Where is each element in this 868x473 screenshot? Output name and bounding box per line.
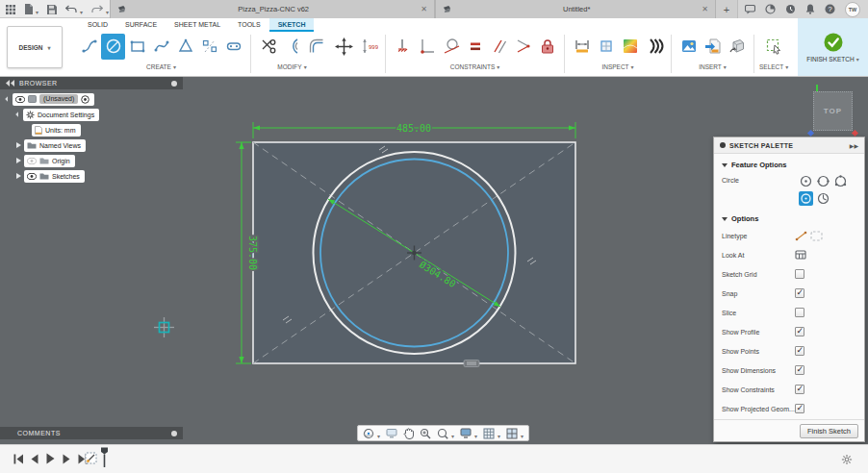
midpoint-constraint-icon[interactable]	[511, 34, 535, 60]
insert-dropdown[interactable]: INSERT	[699, 63, 727, 70]
look-at-face-icon[interactable]	[386, 428, 397, 438]
history-clock-icon[interactable]	[785, 4, 796, 14]
app-grid-menu-icon[interactable]	[6, 5, 15, 14]
viewcube[interactable]: TOP	[813, 91, 853, 131]
show-profile-checkbox[interactable]	[795, 327, 804, 336]
file-menu-icon[interactable]	[24, 1, 38, 18]
browser-root-row[interactable]: (Unsaved)	[0, 92, 183, 106]
measure-icon[interactable]	[570, 34, 594, 60]
step-forward-icon[interactable]	[63, 454, 70, 464]
sketch-palette-header[interactable]: SKETCH PALETTE ▶▶	[714, 137, 864, 154]
three-point-circle-icon[interactable]	[833, 174, 848, 188]
display-settings-icon[interactable]	[460, 425, 477, 442]
step-back-icon[interactable]	[31, 454, 38, 464]
spline-tool-icon[interactable]	[149, 34, 173, 60]
feedback-icon[interactable]	[745, 5, 755, 14]
insert-svg-icon[interactable]	[701, 34, 725, 60]
show-constraints-checkbox[interactable]	[795, 385, 804, 394]
palette-collapse-icon[interactable]: ▶▶	[850, 142, 858, 149]
user-avatar[interactable]: TW	[845, 2, 860, 17]
node-label[interactable]: Document Settings	[38, 112, 94, 118]
look-at-icon[interactable]	[795, 250, 806, 261]
fix-constraint-icon[interactable]	[535, 34, 559, 60]
browser-row-named-views[interactable]: Named Views	[0, 138, 183, 152]
dimension-grip-handle[interactable]	[464, 361, 479, 367]
tab-sketch[interactable]: SKETCH	[269, 18, 315, 32]
parallel-constraint-icon[interactable]	[487, 34, 511, 60]
expander-icon[interactable]	[16, 173, 21, 179]
undo-icon[interactable]	[65, 1, 83, 18]
line-tool-icon[interactable]	[77, 34, 101, 60]
zebra-analysis-icon[interactable]	[642, 34, 666, 60]
job-status-icon[interactable]	[765, 4, 776, 14]
node-label[interactable]: Named Views	[39, 142, 81, 149]
tangent-constraint-icon[interactable]	[439, 34, 463, 60]
equal-constraint-icon[interactable]	[463, 34, 487, 60]
panel-options-icon[interactable]	[171, 431, 177, 436]
options-section[interactable]: Options	[722, 214, 856, 223]
comments-header[interactable]: COMMENTS	[0, 427, 183, 439]
inspect-dropdown[interactable]: INSPECT	[601, 63, 633, 70]
workspace-selector[interactable]: DESIGN	[7, 26, 63, 68]
width-dimension[interactable]: 485.00	[253, 122, 575, 138]
svg-text:485.00[interactable]: 485.00	[396, 123, 431, 134]
two-tangent-circle-icon[interactable]	[799, 191, 813, 206]
trim-tool-icon[interactable]	[256, 34, 280, 60]
sketch-dimension-icon[interactable]: 999	[356, 34, 380, 60]
timeline-sketch-feature[interactable]	[85, 451, 98, 464]
timeline-position-marker[interactable]	[100, 447, 109, 468]
viewports-icon[interactable]	[506, 425, 523, 442]
panel-options-icon[interactable]	[171, 81, 177, 87]
expander-icon[interactable]	[16, 158, 21, 163]
visibility-eye-icon[interactable]	[27, 173, 37, 180]
new-tab-button[interactable]: +	[716, 0, 738, 18]
close-tab-icon[interactable]: ✕	[421, 6, 427, 13]
finish-sketch-palette-button[interactable]: Finish Sketch	[800, 424, 858, 438]
select-tool-icon[interactable]	[762, 34, 786, 60]
orbit-icon[interactable]	[363, 425, 380, 442]
polygon-tool-icon[interactable]	[173, 34, 197, 60]
show-points-checkbox[interactable]	[795, 346, 804, 356]
centerline-linetype-icon[interactable]	[810, 231, 823, 241]
tab-sheet-metal[interactable]: SHEET METAL	[166, 18, 229, 32]
snap-checkbox[interactable]	[795, 288, 804, 298]
show-projected-geometry-checkbox[interactable]	[795, 404, 804, 413]
browser-row-units[interactable]: Units: mm	[0, 123, 183, 137]
browser-header[interactable]: BROWSER	[0, 77, 183, 89]
horizontal-vertical-constraint-icon[interactable]	[391, 34, 415, 60]
tab-solid[interactable]: SOLID	[79, 18, 116, 32]
finish-sketch-button[interactable]: FINISH SKETCH	[798, 18, 868, 76]
select-dropdown[interactable]: SELECT	[759, 63, 788, 70]
visibility-eye-off-icon[interactable]	[27, 158, 37, 164]
visibility-eye-icon[interactable]	[15, 96, 25, 103]
skip-to-start-icon[interactable]	[13, 454, 23, 464]
offset-tool-icon[interactable]	[280, 34, 304, 60]
activate-radio-icon[interactable]	[81, 95, 89, 104]
document-node-label[interactable]: (Unsaved)	[39, 94, 78, 104]
sketch-grid-checkbox[interactable]	[795, 269, 804, 279]
play-icon[interactable]	[46, 453, 55, 464]
node-label[interactable]: Units: mm	[45, 127, 76, 134]
node-label[interactable]: Sketches	[52, 173, 80, 180]
modeling-canvas[interactable]: 485.00 375.00 Ø304.80	[0, 77, 868, 444]
help-icon[interactable]: ?	[825, 4, 835, 14]
two-point-circle-icon[interactable]	[816, 174, 830, 188]
browser-row-origin[interactable]: Origin	[0, 154, 183, 167]
collapse-panel-icon[interactable]	[6, 80, 14, 87]
timeline-settings-gear-icon[interactable]	[841, 454, 853, 465]
expander-icon[interactable]	[15, 112, 21, 117]
tab-tools[interactable]: TOOLS	[229, 18, 269, 32]
insert-mesh-icon[interactable]	[725, 34, 749, 60]
browser-row-sketches[interactable]: Sketches	[0, 169, 183, 183]
modify-dropdown[interactable]: MODIFY	[277, 63, 306, 70]
circle-tool-icon[interactable]	[101, 34, 125, 60]
three-tangent-circle-icon[interactable]	[816, 191, 830, 206]
rectangle-tool-icon[interactable]	[125, 34, 149, 60]
interference-icon[interactable]	[594, 34, 618, 60]
document-tab[interactable]: Untitled* ✕	[435, 0, 716, 18]
fit-zoom-icon[interactable]	[437, 425, 454, 442]
create-dropdown[interactable]: CREATE	[146, 63, 176, 70]
slot-tool-icon[interactable]	[221, 34, 245, 60]
browser-row-document-settings[interactable]: Document Settings	[0, 108, 183, 121]
center-diameter-circle-icon[interactable]	[799, 174, 813, 188]
